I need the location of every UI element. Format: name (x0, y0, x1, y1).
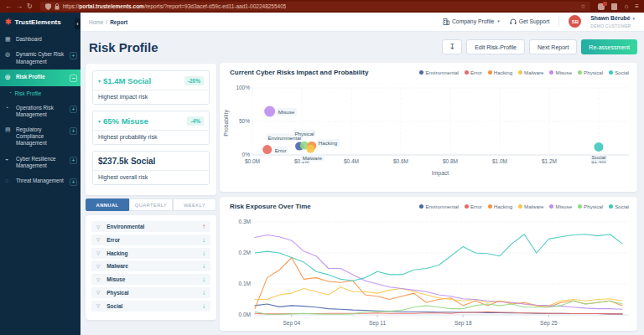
malware-dot-icon (518, 70, 522, 75)
reload-icon[interactable]: ↻ (27, 3, 33, 10)
legend-item-environmental[interactable]: Environmental (419, 70, 459, 75)
line-plot: 0.0M0.1M0.2M0.3MSep 04Sep 11Sep 18Sep 25 (221, 214, 636, 331)
svg-text:0.1M: 0.1M (239, 281, 251, 286)
line-legend: EnvironmentalErrorHackingMalwareMisusePh… (419, 204, 629, 209)
sidebar: ✱ TrustElements ‹ ▦Dashboard◍Dynamic Cyb… (0, 13, 80, 335)
forward-icon[interactable]: → (16, 3, 23, 10)
expand-toggle-icon[interactable]: + (70, 52, 77, 59)
home-icon[interactable]: ⌂ (624, 3, 628, 10)
menu-icon[interactable]: ≡ (635, 3, 639, 10)
sidebar-item-label: Cyber Resilience Management (16, 156, 66, 169)
company-profile-menu[interactable]: Company Profile ▼ (443, 18, 501, 25)
reassessment-button[interactable]: Re-assessment (581, 39, 637, 54)
sidebar-item-dashboard[interactable]: ▦Dashboard (0, 32, 80, 47)
expand-toggle-icon[interactable]: + (70, 106, 77, 113)
expand-toggle-icon[interactable]: + (70, 127, 77, 135)
tab-annual[interactable]: ANNUAL (86, 198, 129, 211)
metric-headline-row: $237.5k Social (93, 152, 209, 170)
next-report-button[interactable]: Next Report (529, 39, 577, 54)
svg-text:50%: 50% (239, 118, 250, 124)
line-chart-title: Risk Exposure Over Time (230, 203, 311, 210)
legend-item-malware[interactable]: Malware (518, 70, 543, 75)
filter-row-physical[interactable]: ▽Physical↓ (91, 287, 210, 298)
svg-text:Sep 18: Sep 18 (454, 320, 472, 327)
legend-item-physical[interactable]: Physical (578, 204, 603, 209)
filter-row-social[interactable]: ▽Social↓ (91, 301, 210, 312)
sidebar-item-operations-risk-management[interactable]: ◔Operations Risk Management+ (0, 100, 80, 122)
get-support-link[interactable]: Get Support (510, 18, 550, 25)
filter-funnel-icon[interactable]: ▽ (96, 224, 100, 229)
svg-text:Impact: Impact (432, 170, 449, 177)
brand: ✱ TrustElements ‹ (0, 13, 80, 32)
sidebar-item-threat-management[interactable]: ◌Threat Management+ (0, 173, 80, 190)
svg-text:0.3M: 0.3M (239, 219, 251, 224)
metric-caption: Highest overall risk (93, 170, 209, 184)
extensions-icon[interactable] (598, 3, 605, 10)
filter-funnel-icon[interactable]: ▽ (96, 277, 100, 282)
sidebar-collapse-button[interactable]: ‹ (75, 18, 80, 29)
svg-text:$0.4M: $0.4M (344, 158, 359, 164)
back-icon[interactable]: ← (5, 3, 12, 10)
legend-label: Error (470, 204, 482, 209)
legend-label: Social (615, 70, 629, 75)
malware-dot-icon (518, 204, 522, 209)
bookmark-star-icon[interactable]: ☆ (580, 3, 585, 9)
tab-quarterly[interactable]: QUARTERLY (129, 198, 173, 211)
sidebar-item-risk-profile[interactable]: ◎Risk Profile− (0, 70, 80, 86)
legend-item-environmental[interactable]: Environmental (419, 204, 459, 209)
breadcrumb-home[interactable]: Home (89, 19, 103, 25)
user-block[interactable]: Shawn Bérubé▼ DEMO CUSTOMER (590, 15, 636, 28)
metric-caption: Highest impact risk (93, 90, 209, 104)
filter-funnel-icon[interactable]: ▽ (96, 290, 100, 295)
svg-text:0.0M: 0.0M (239, 312, 251, 317)
filter-funnel-icon[interactable]: ▽ (96, 250, 100, 255)
tab-weekly[interactable]: WEEKLY (173, 198, 216, 211)
legend-item-physical[interactable]: Physical (578, 70, 603, 75)
edit-risk-profile-button[interactable]: Edit Risk-Profile (466, 39, 525, 54)
legend-item-social[interactable]: Social (609, 70, 629, 75)
filter-row-misuse[interactable]: ▽Misuse↓ (91, 274, 210, 285)
download-report-button[interactable]: ↧ (442, 39, 462, 54)
library-icon[interactable] (611, 3, 617, 10)
filter-funnel-icon[interactable]: ▽ (96, 303, 100, 308)
sidebar-item-dynamic-cyber-risk-management[interactable]: ◍Dynamic Cyber Risk Management+ (0, 47, 80, 69)
url-bar[interactable]: https://portal.trustelements.com/reports… (40, 2, 591, 11)
filter-label: Hacking (106, 250, 202, 256)
legend-item-error[interactable]: Error (465, 70, 482, 75)
expand-toggle-icon[interactable]: − (70, 75, 77, 82)
legend-item-misuse[interactable]: Misuse (549, 204, 572, 209)
sidebar-item-cyber-resilience-management[interactable]: ◒Cyber Resilience Management+ (0, 152, 80, 173)
topbar: Home / Report Company Profile ▼ Get Supp… (80, 13, 644, 32)
filter-row-environmental[interactable]: ▽Environmental↑ (91, 221, 210, 232)
filter-row-malware[interactable]: ▽Malware↓ (91, 260, 210, 271)
metric-expand-caret[interactable]: ▾ (98, 118, 101, 124)
topbar-right: Company Profile ▼ Get Support SB Shawn B… (443, 15, 636, 28)
metric-headline-row: ▾$1.4M Social-20% (93, 71, 209, 90)
trend-down-icon: ↓ (202, 236, 205, 244)
legend-item-malware[interactable]: Malware (518, 204, 543, 209)
metric-expand-caret[interactable]: ▾ (98, 78, 101, 84)
filter-row-error[interactable]: ▽Error↓ (91, 234, 210, 245)
filter-row-hacking[interactable]: ▽Hacking↓ (91, 248, 210, 259)
svg-text:Social: Social (592, 154, 606, 160)
svg-text:0%: 0% (242, 152, 251, 157)
sidebar-subitem-risk-profile[interactable]: ▪Risk Profile (0, 86, 80, 100)
filter-funnel-icon[interactable]: ▽ (96, 237, 100, 242)
risk-filter-panel: ▽Environmental↑▽Error↓▽Hacking↓▽Malware↓… (86, 215, 216, 320)
url-text: https://portal.trustelements.com/reports… (63, 3, 287, 9)
filter-funnel-icon[interactable]: ▽ (96, 264, 100, 269)
legend-item-hacking[interactable]: Hacking (488, 70, 512, 75)
page-actions: ↧ Edit Risk-Profile Next Report Re-asses… (442, 39, 637, 54)
legend-item-hacking[interactable]: Hacking (488, 204, 512, 209)
expand-toggle-icon[interactable]: + (70, 157, 77, 164)
svg-text:$0.6M: $0.6M (393, 158, 408, 164)
tracking-shield-icon[interactable] (45, 3, 51, 10)
expand-toggle-icon[interactable]: + (70, 178, 77, 186)
filter-label: Malware (106, 263, 202, 269)
misuse-dot-icon (549, 70, 553, 75)
avatar[interactable]: SB (569, 15, 581, 28)
legend-item-error[interactable]: Error (465, 204, 482, 209)
legend-item-social[interactable]: Social (609, 204, 629, 209)
sidebar-item-regulatory-compliance-management[interactable]: ▤Regulatory Compliance Management+ (0, 122, 80, 152)
legend-item-misuse[interactable]: Misuse (549, 70, 572, 75)
